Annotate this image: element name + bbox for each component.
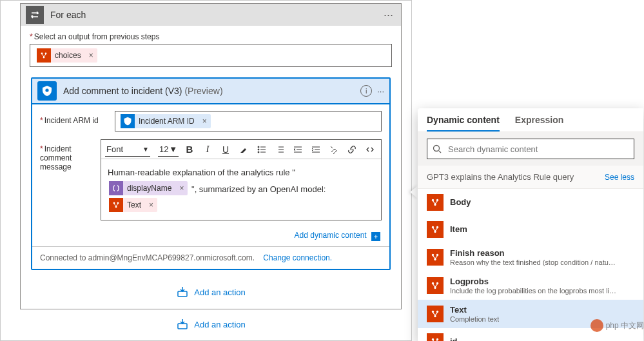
- svg-point-29: [436, 338, 438, 340]
- add-dynamic-content-link[interactable]: Add dynamic content: [295, 231, 367, 240]
- foreach-title: For each: [50, 10, 381, 20]
- add-action-outer[interactable]: Add an action: [20, 318, 402, 331]
- svg-point-27: [434, 315, 436, 317]
- sentinel-token-icon: [121, 114, 135, 128]
- loop-icon: [26, 6, 44, 24]
- rte-code-button[interactable]: [363, 142, 377, 157]
- rte-size-select[interactable]: 12▼: [158, 142, 179, 157]
- branch-icon: [427, 277, 444, 294]
- branch-icon: [427, 306, 444, 322]
- foreach-menu-icon[interactable]: ···: [381, 8, 396, 22]
- rte-link-button[interactable]: [345, 142, 359, 157]
- svg-point-12: [434, 146, 440, 151]
- search-icon: [433, 144, 442, 153]
- incident-arm-input[interactable]: Incident ARM ID ×: [115, 111, 382, 132]
- rte-toolbar: Font▼ 12▼ B I U: [101, 140, 381, 159]
- info-icon[interactable]: i: [360, 85, 372, 97]
- svg-point-28: [432, 338, 434, 340]
- connection-info: Connected to admin@MngEnvMCAP699827.onmi…: [32, 246, 389, 269]
- svg-point-20: [436, 254, 438, 256]
- add-action-inner-label: Add an action: [194, 287, 246, 297]
- add-action-outer-label: Add an action: [194, 320, 246, 329]
- rte-italic-button[interactable]: I: [200, 142, 215, 157]
- svg-point-18: [434, 231, 436, 233]
- svg-point-21: [434, 258, 436, 260]
- rte-bold-button[interactable]: B: [182, 142, 197, 157]
- dynamic-item-title: Body: [450, 197, 471, 208]
- svg-point-2: [43, 57, 45, 59]
- dynamic-item-title: id: [450, 336, 458, 341]
- dynamic-item[interactable]: Finish reasonReason why the text finishe…: [418, 243, 643, 271]
- token-choices-label: choices: [51, 51, 85, 60]
- rte-clear-button[interactable]: [327, 142, 341, 157]
- token-arm-id-label: Incident ARM ID: [135, 117, 199, 126]
- rte-content[interactable]: Human-readable explanation of the analyt…: [101, 159, 381, 220]
- change-connection-link[interactable]: Change connection.: [263, 253, 332, 262]
- rte-underline-button[interactable]: U: [219, 142, 233, 157]
- see-less-link[interactable]: See less: [605, 173, 634, 182]
- add-dynamic-plus-icon[interactable]: +: [371, 232, 380, 241]
- flyout-beak: [410, 186, 418, 199]
- select-output-input[interactable]: choices ×: [30, 44, 392, 67]
- rte-bullets-button[interactable]: [255, 142, 269, 157]
- rte-outdent-button[interactable]: [291, 142, 305, 157]
- svg-point-3: [45, 88, 48, 92]
- action-card: Add comment to incident (V3) (Preview) i…: [31, 77, 391, 270]
- token-text[interactable]: Text ×: [109, 198, 157, 212]
- expression-icon: [109, 181, 123, 195]
- token-displayname-remove-icon[interactable]: ×: [175, 180, 188, 197]
- rte-indent-button[interactable]: [309, 142, 323, 157]
- svg-rect-11: [178, 324, 187, 329]
- dynamic-content-list[interactable]: BodyItemFinish reasonReason why the text…: [418, 189, 643, 341]
- token-choices-remove-icon[interactable]: ×: [85, 51, 97, 60]
- token-displayname[interactable]: displayName ×: [109, 181, 188, 195]
- dynamic-item-desc: Include the log probabilities on the log…: [450, 287, 618, 295]
- search-input[interactable]: [447, 144, 629, 155]
- svg-point-15: [434, 204, 436, 206]
- select-output-label: Select an output from previous steps: [30, 32, 392, 41]
- token-arm-id-remove-icon[interactable]: ×: [199, 117, 211, 126]
- svg-point-17: [436, 226, 438, 228]
- action-menu-icon[interactable]: ···: [377, 86, 384, 96]
- sentinel-icon: [37, 81, 57, 101]
- svg-point-25: [432, 311, 434, 313]
- dynamic-item[interactable]: Item: [418, 216, 643, 243]
- token-displayname-label: displayName: [123, 180, 175, 197]
- svg-point-0: [41, 53, 43, 55]
- token-text-label: Text: [123, 197, 145, 213]
- rte-text-before: Human-readable explanation of the analyt…: [108, 168, 295, 177]
- svg-point-23: [436, 282, 438, 284]
- dynamic-item[interactable]: Body: [418, 189, 643, 216]
- incident-msg-label: Incident comment message: [40, 139, 101, 171]
- add-action-inner[interactable]: Add an action: [30, 286, 392, 298]
- branch-icon: [427, 249, 444, 266]
- svg-point-7: [113, 202, 115, 204]
- rte-text-mid: ", summarized by an OpenAI model:: [191, 184, 326, 194]
- foreach-card: For each ··· Select an output from previ…: [20, 3, 402, 309]
- svg-rect-10: [178, 291, 187, 297]
- rte-font-select[interactable]: Font▼: [105, 142, 150, 157]
- connection-text: Connected to admin@MngEnvMCAP699827.onmi…: [40, 253, 255, 262]
- branch-icon: [427, 194, 444, 211]
- svg-point-5: [258, 149, 259, 150]
- action-preview-badge: (Preview): [184, 86, 360, 96]
- watermark-text: php 中文网: [606, 320, 644, 331]
- dynamic-item[interactable]: LogprobsInclude the log probabilities on…: [418, 271, 643, 300]
- svg-point-16: [432, 226, 434, 228]
- rte-numbers-button[interactable]: [273, 142, 287, 157]
- action-header[interactable]: Add comment to incident (V3) (Preview) i…: [32, 79, 389, 104]
- foreach-header[interactable]: For each ···: [21, 4, 401, 26]
- tab-dynamic-content[interactable]: Dynamic content: [427, 115, 500, 132]
- token-text-remove-icon[interactable]: ×: [145, 197, 157, 213]
- section-title: GPT3 explains the Analytics Rule query: [427, 172, 574, 182]
- action-title: Add comment to incident (V3): [63, 86, 182, 96]
- svg-point-14: [436, 199, 438, 201]
- rte-highlight-button[interactable]: [237, 142, 251, 157]
- rte-editor: Font▼ 12▼ B I U: [101, 139, 382, 220]
- search-box: [427, 139, 634, 159]
- dynamic-item-title: Finish reason: [450, 248, 618, 258]
- token-arm-id[interactable]: Incident ARM ID ×: [121, 114, 211, 128]
- svg-point-9: [115, 206, 117, 208]
- token-choices[interactable]: choices ×: [37, 48, 97, 63]
- tab-expression[interactable]: Expression: [515, 115, 563, 132]
